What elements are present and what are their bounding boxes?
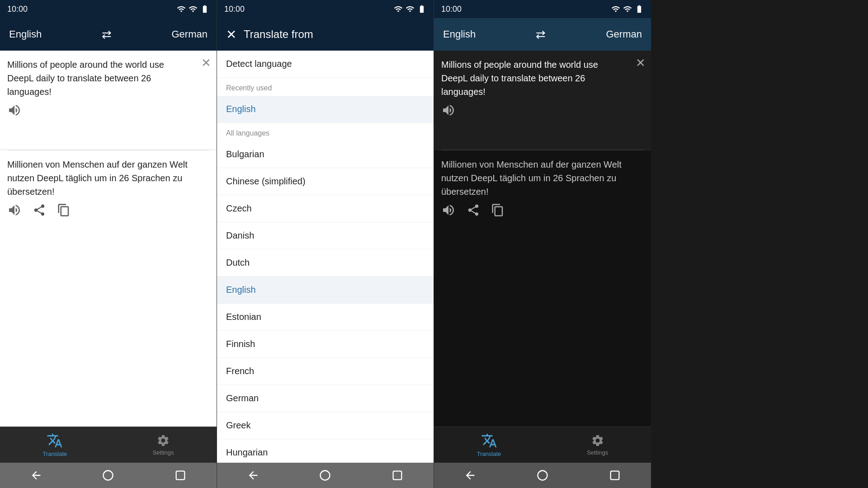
toolbar-right: English ⇄ German	[434, 18, 651, 51]
recents-button-middle[interactable]	[389, 467, 406, 483]
back-icon-right	[464, 469, 476, 482]
output-actions-right	[441, 198, 644, 219]
translate-nav-icon-left	[47, 432, 63, 449]
swap-button-left[interactable]: ⇄	[102, 28, 112, 42]
clear-input-button-left[interactable]: ✕	[201, 56, 211, 70]
close-lang-picker-button[interactable]: ✕	[226, 27, 236, 42]
android-nav-right	[434, 463, 651, 488]
lang-estonian[interactable]: Estonian	[217, 304, 434, 331]
bottom-nav-right: Translate Settings	[434, 427, 651, 463]
nav-translate-left[interactable]: Translate	[43, 432, 67, 457]
lang-finnish[interactable]: Finnish	[217, 331, 434, 358]
home-button-right[interactable]	[534, 467, 551, 483]
content-left: Millions of people around the world use …	[0, 51, 217, 427]
lang-german[interactable]: German	[217, 385, 434, 412]
output-panel-left: Millionen von Menschen auf der ganzen We…	[0, 150, 217, 427]
nav-settings-label-right: Settings	[587, 449, 608, 456]
time-middle: 10:00	[224, 5, 245, 14]
swap-button-right[interactable]: ⇄	[536, 28, 546, 42]
time-left: 10:00	[7, 5, 28, 14]
home-button-left[interactable]	[100, 467, 116, 483]
svg-point-2	[321, 471, 330, 480]
status-icons-middle	[394, 5, 426, 14]
lang-czech[interactable]: Czech	[217, 195, 434, 222]
clear-input-button-right[interactable]: ✕	[636, 56, 646, 70]
content-right: Millions of people around the world use …	[434, 51, 651, 427]
share-icon-left[interactable]	[33, 203, 46, 217]
input-text-right[interactable]: Millions of people around the world use …	[441, 58, 644, 99]
back-button-right[interactable]	[462, 467, 478, 483]
lang-bulgarian[interactable]: Bulgarian	[217, 141, 434, 168]
back-icon-left	[30, 469, 42, 482]
lang-picker-title: Translate from	[244, 28, 313, 41]
home-icon-right	[536, 469, 549, 482]
wifi-icon-middle	[406, 5, 415, 14]
back-icon-middle	[247, 469, 259, 482]
nav-translate-label-left: Translate	[43, 450, 67, 457]
nav-settings-left[interactable]: Settings	[152, 434, 174, 456]
svg-rect-3	[393, 471, 402, 480]
speaker-icon-left	[7, 103, 22, 117]
recents-button-left[interactable]	[172, 467, 189, 483]
status-icons-left	[177, 5, 209, 14]
wifi-icon-right	[623, 5, 632, 14]
target-lang-right[interactable]: German	[606, 28, 642, 40]
output-text-left: Millionen von Menschen auf der ganzen We…	[7, 158, 209, 198]
screen-right: 10:00 English ⇄ German Millions of peopl…	[434, 0, 651, 488]
lang-recently-english[interactable]: English	[217, 96, 434, 123]
copy-icon-left[interactable]	[57, 203, 71, 217]
nav-translate-label-right: Translate	[477, 450, 501, 457]
output-text-right: Millionen von Menschen auf der ganzen We…	[441, 158, 644, 198]
share-icon-right[interactable]	[467, 203, 480, 217]
copy-icon-right[interactable]	[491, 203, 505, 217]
home-button-middle[interactable]	[317, 467, 333, 483]
nav-translate-right[interactable]: Translate	[477, 432, 501, 457]
output-panel-right: Millionen von Menschen auf der ganzen We…	[434, 150, 651, 427]
recents-icon-left	[174, 469, 187, 482]
output-actions-left	[7, 198, 209, 219]
speaker-output-icon-right[interactable]	[441, 203, 456, 217]
signal-icon-middle	[394, 5, 403, 14]
svg-point-4	[538, 471, 547, 480]
source-lang-right[interactable]: English	[443, 28, 476, 40]
status-icons-right	[611, 5, 644, 14]
input-panel-left: Millions of people around the world use …	[0, 51, 217, 150]
home-icon-middle	[319, 469, 331, 482]
status-bar-right: 10:00	[434, 0, 651, 18]
lang-english[interactable]: English	[217, 277, 434, 304]
audio-input-right[interactable]	[441, 99, 644, 119]
svg-rect-5	[611, 471, 619, 480]
recents-button-right[interactable]	[607, 467, 623, 483]
target-lang-left[interactable]: German	[172, 28, 208, 40]
lang-french[interactable]: French	[217, 358, 434, 385]
bottom-nav-left: Translate Settings	[0, 427, 217, 463]
battery-icon	[200, 5, 209, 14]
lang-chinese-simplified[interactable]: Chinese (simplified)	[217, 168, 434, 195]
lang-danish[interactable]: Danish	[217, 222, 434, 249]
nav-settings-right[interactable]: Settings	[587, 434, 608, 456]
svg-rect-1	[176, 471, 185, 480]
input-panel-right: Millions of people around the world use …	[434, 51, 651, 150]
translate-nav-icon-right	[481, 432, 497, 449]
recents-icon-right	[609, 469, 621, 482]
battery-icon-right	[635, 5, 644, 14]
back-button-left[interactable]	[28, 467, 44, 483]
source-lang-left[interactable]: English	[9, 28, 42, 40]
lang-greek[interactable]: Greek	[217, 412, 434, 439]
android-nav-middle	[217, 463, 434, 488]
language-list: Detect language Recently used English Al…	[217, 51, 434, 463]
lang-detect-language[interactable]: Detect language	[217, 51, 434, 78]
android-nav-left	[0, 463, 217, 488]
back-button-middle[interactable]	[245, 467, 261, 483]
lang-hungarian[interactable]: Hungarian	[217, 439, 434, 463]
battery-icon-middle	[417, 5, 426, 14]
svg-point-0	[104, 471, 113, 480]
audio-input-left[interactable]	[7, 99, 209, 119]
status-bar-middle: 10:00	[217, 0, 434, 18]
lang-dutch[interactable]: Dutch	[217, 249, 434, 277]
settings-nav-icon-right	[591, 434, 604, 447]
signal-icon	[177, 5, 186, 14]
speaker-output-icon-left[interactable]	[7, 203, 22, 217]
toolbar-left: English ⇄ German	[0, 18, 217, 51]
input-text-left[interactable]: Millions of people around the world use …	[7, 58, 209, 99]
